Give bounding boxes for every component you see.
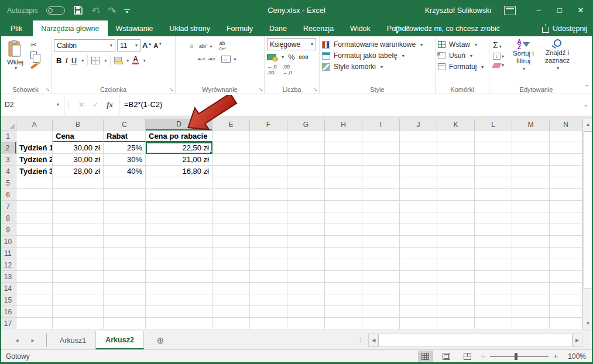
cell-G10[interactable] xyxy=(287,236,325,248)
cell-K14[interactable] xyxy=(437,283,475,294)
cell-L14[interactable] xyxy=(475,283,512,294)
cell-E13[interactable] xyxy=(212,271,250,283)
cell-D16[interactable] xyxy=(146,306,212,318)
cell-K6[interactable] xyxy=(437,189,475,201)
column-header-H[interactable]: H xyxy=(325,119,362,131)
cell-M15[interactable] xyxy=(512,294,550,306)
cell-N6[interactable] xyxy=(550,189,582,201)
format-cells-button[interactable]: Formatuj▾ xyxy=(438,63,486,71)
cell-N12[interactable] xyxy=(550,259,582,271)
cell-I15[interactable] xyxy=(362,294,400,306)
cell-I12[interactable] xyxy=(362,259,400,271)
cell-G15[interactable] xyxy=(287,294,325,306)
cell-F14[interactable] xyxy=(250,283,287,294)
cell-A17[interactable] xyxy=(16,318,53,329)
cell-I1[interactable] xyxy=(362,131,400,142)
cell-E7[interactable] xyxy=(212,201,250,212)
cell-E4[interactable] xyxy=(212,166,250,177)
cell-J2[interactable] xyxy=(400,142,437,154)
cell-F5[interactable] xyxy=(250,177,287,189)
accounting-format-icon[interactable] xyxy=(267,54,276,60)
cell-A8[interactable] xyxy=(16,212,53,224)
cell-L12[interactable] xyxy=(475,259,512,271)
cell-L8[interactable] xyxy=(475,212,512,224)
cell-C6[interactable] xyxy=(104,189,146,201)
cell-K12[interactable] xyxy=(437,259,475,271)
cell-styles-button[interactable]: Style komórki▾ xyxy=(322,63,433,71)
cell-L7[interactable] xyxy=(475,201,512,212)
cell-L4[interactable] xyxy=(475,166,512,177)
cell-H16[interactable] xyxy=(325,306,362,318)
font-color-icon[interactable]: A xyxy=(132,56,139,64)
row-header-16[interactable]: 16 xyxy=(0,306,16,318)
cell-A11[interactable] xyxy=(16,248,53,259)
cell-J6[interactable] xyxy=(400,189,437,201)
cell-E3[interactable] xyxy=(212,154,250,166)
cell-I4[interactable] xyxy=(362,166,400,177)
cell-A10[interactable] xyxy=(16,236,53,248)
cell-L17[interactable] xyxy=(475,318,512,329)
cell-F16[interactable] xyxy=(250,306,287,318)
align-bottom-icon[interactable] xyxy=(190,44,193,48)
cell-D14[interactable] xyxy=(146,283,212,294)
fill-color-icon[interactable] xyxy=(114,57,122,62)
cell-J1[interactable] xyxy=(400,131,437,142)
cell-C2[interactable]: 25% xyxy=(104,142,146,154)
cell-D9[interactable] xyxy=(146,224,212,236)
cell-I7[interactable] xyxy=(362,201,400,212)
zoom-level[interactable]: 100% xyxy=(564,352,586,360)
bold-button[interactable]: B xyxy=(56,56,61,65)
cell-M13[interactable] xyxy=(512,271,550,283)
cell-D11[interactable] xyxy=(146,248,212,259)
cell-N17[interactable] xyxy=(550,318,582,329)
cell-B8[interactable] xyxy=(53,212,104,224)
tab-wstawianie[interactable]: Wstawianie xyxy=(108,20,162,36)
sheet-tab-arkusz2[interactable]: Arkusz2 xyxy=(95,331,144,349)
cell-A2[interactable]: Tydzień 1 xyxy=(16,142,53,154)
formula-bar-splitter[interactable]: ⋮ xyxy=(64,94,73,115)
cell-D8[interactable] xyxy=(146,212,212,224)
cell-H11[interactable] xyxy=(325,248,362,259)
cell-M8[interactable] xyxy=(512,212,550,224)
dialog-launcher-icon[interactable]: ↘ xyxy=(45,87,50,92)
cell-M1[interactable] xyxy=(512,131,550,142)
enter-icon[interactable]: ✓ xyxy=(92,101,98,109)
cell-E16[interactable] xyxy=(212,306,250,318)
column-header-F[interactable]: F xyxy=(250,119,287,131)
align-top-icon[interactable] xyxy=(178,44,181,48)
cell-D7[interactable] xyxy=(146,201,212,212)
new-sheet-icon[interactable]: ⊕ xyxy=(157,331,164,349)
cell-H10[interactable] xyxy=(325,236,362,248)
cell-A7[interactable] xyxy=(16,201,53,212)
undo-icon[interactable]: ↶▾ xyxy=(92,6,100,15)
row-header-14[interactable]: 14 xyxy=(0,283,16,294)
share-button[interactable]: Udostępnij xyxy=(542,25,587,33)
row-header-1[interactable]: 1 xyxy=(0,131,16,142)
cell-E6[interactable] xyxy=(212,189,250,201)
cell-F6[interactable] xyxy=(250,189,287,201)
comma-style-icon[interactable]: 000 xyxy=(299,54,309,60)
cell-F8[interactable] xyxy=(250,212,287,224)
cell-L6[interactable] xyxy=(475,189,512,201)
cell-J16[interactable] xyxy=(400,306,437,318)
vertical-scroll-thumb[interactable] xyxy=(584,131,592,289)
cell-G7[interactable] xyxy=(287,201,325,212)
cell-F9[interactable] xyxy=(250,224,287,236)
minimize-button[interactable]: – xyxy=(530,2,547,19)
column-header-L[interactable]: L xyxy=(475,119,512,131)
select-all-corner[interactable] xyxy=(0,119,16,131)
cell-C5[interactable] xyxy=(104,177,146,189)
cell-E1[interactable] xyxy=(212,131,250,142)
cell-B7[interactable] xyxy=(53,201,104,212)
page-layout-view-button[interactable] xyxy=(439,351,454,362)
cell-D2[interactable]: 22,50 zł xyxy=(146,142,212,154)
cell-C9[interactable] xyxy=(104,224,146,236)
cell-F13[interactable] xyxy=(250,271,287,283)
cell-D17[interactable] xyxy=(146,318,212,329)
merge-center-icon[interactable]: ↔ xyxy=(221,56,231,63)
row-header-4[interactable]: 4 xyxy=(0,166,16,177)
cell-M10[interactable] xyxy=(512,236,550,248)
cell-I10[interactable] xyxy=(362,236,400,248)
cell-G3[interactable] xyxy=(287,154,325,166)
cell-L5[interactable] xyxy=(475,177,512,189)
